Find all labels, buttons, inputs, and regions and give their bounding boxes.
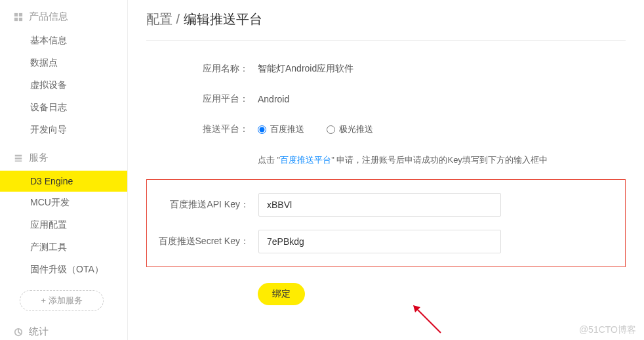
sidebar-group-label: 服务: [29, 152, 49, 164]
svg-line-8: [416, 308, 441, 333]
grid-icon: [13, 12, 24, 22]
radio-baidu-input[interactable]: [258, 125, 266, 134]
label-secret-key: 百度推送Secret Key：: [147, 236, 258, 247]
svg-marker-9: [413, 305, 420, 312]
svg-rect-1: [19, 12, 22, 16]
watermark: @51CTO博客: [579, 324, 636, 336]
sidebar-item-log[interactable]: 设备日志: [0, 96, 127, 119]
breadcrumb-parent[interactable]: 配置: [146, 12, 172, 26]
sidebar-group-stats: 统计: [0, 320, 127, 340]
sidebar-group-label: 产品信息: [29, 11, 68, 23]
sidebar: 产品信息 基本信息 数据点 虚拟设备 设备日志 开发向导 服务 D3 Engin…: [0, 0, 128, 340]
hint-text: 点击 "百度推送平台" 申请，注册账号后申请成功的Key填写到下方的输入框中: [258, 154, 626, 166]
service-icon: [13, 153, 24, 163]
stats-icon: [13, 327, 24, 337]
bind-button[interactable]: 绑定: [258, 283, 305, 305]
baidu-push-link[interactable]: 百度推送平台: [280, 155, 331, 165]
sidebar-item-d3engine[interactable]: D3 Engine: [0, 171, 127, 192]
secret-key-input[interactable]: [258, 230, 501, 253]
sidebar-item-basic[interactable]: 基本信息: [0, 30, 127, 52]
add-service-button[interactable]: + 添加服务: [20, 290, 104, 311]
key-input-box: 百度推送API Key： 百度推送Secret Key：: [146, 179, 626, 267]
sidebar-group-product: 产品信息: [0, 5, 127, 30]
svg-rect-5: [15, 158, 22, 159]
main-content: 配置 / 编辑推送平台 应用名称： 智能灯Android应用软件 应用平台： A…: [128, 0, 644, 340]
radio-jiguang-input[interactable]: [327, 125, 335, 134]
row-push-platform: 推送平台： 百度推送 极光推送: [146, 123, 626, 136]
row-app-name: 应用名称： 智能灯Android应用软件: [146, 63, 626, 75]
sidebar-item-appconfig[interactable]: 应用配置: [0, 214, 127, 236]
label-api-key: 百度推送API Key：: [147, 199, 258, 211]
radio-jiguang[interactable]: 极光推送: [327, 123, 373, 135]
breadcrumb-current: 编辑推送平台: [184, 12, 262, 26]
value-app-name: 智能灯Android应用软件: [258, 63, 353, 75]
row-platform: 应用平台： Android: [146, 93, 626, 105]
label-platform: 应用平台：: [146, 93, 258, 105]
sidebar-item-ota[interactable]: 固件升级（OTA）: [0, 259, 127, 281]
breadcrumb: 配置 / 编辑推送平台: [146, 11, 626, 41]
value-platform: Android: [258, 94, 289, 104]
sidebar-item-datapoint[interactable]: 数据点: [0, 52, 127, 74]
svg-rect-0: [14, 12, 18, 16]
sidebar-group-label: 统计: [29, 326, 49, 338]
radio-baidu[interactable]: 百度推送: [258, 123, 304, 135]
annotation-arrow-icon: [411, 303, 444, 336]
sidebar-item-virtual[interactable]: 虚拟设备: [0, 74, 127, 96]
sidebar-item-guide[interactable]: 开发向导: [0, 119, 127, 141]
svg-rect-3: [19, 17, 22, 20]
svg-rect-4: [15, 154, 22, 156]
label-app-name: 应用名称：: [146, 63, 258, 75]
label-push: 推送平台：: [146, 123, 258, 135]
sidebar-item-factory[interactable]: 产测工具: [0, 236, 127, 259]
sidebar-group-service: 服务: [0, 146, 127, 171]
sidebar-item-mcu[interactable]: MCU开发: [0, 192, 127, 214]
svg-rect-2: [14, 17, 18, 20]
svg-rect-6: [15, 160, 22, 161]
api-key-input[interactable]: [258, 193, 501, 217]
